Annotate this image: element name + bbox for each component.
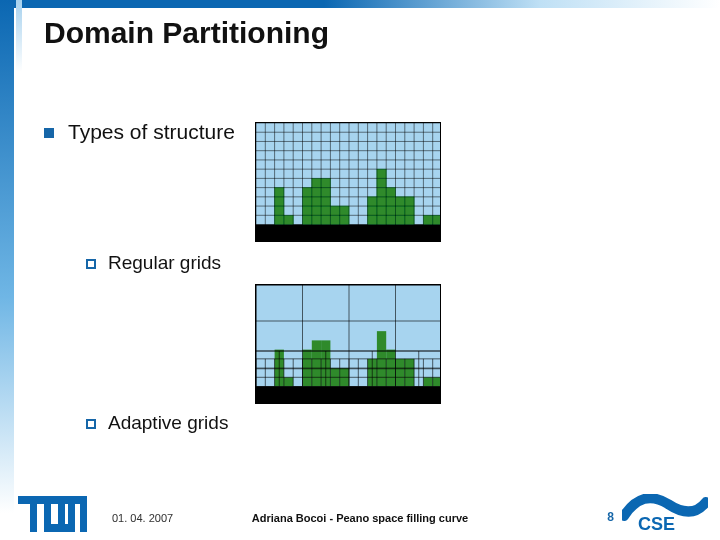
page-number: 8 [607, 510, 614, 524]
svg-rect-30 [377, 197, 386, 206]
svg-rect-42 [405, 206, 414, 215]
svg-rect-12 [312, 206, 321, 215]
regular-grid-figure [255, 122, 441, 242]
footer: 01. 04. 2007 Adriana Bocoi - Peano space… [0, 492, 720, 540]
left-decorative-bar-inner [16, 0, 22, 120]
svg-rect-29 [377, 206, 386, 215]
svg-rect-2 [275, 215, 284, 224]
svg-rect-7 [303, 215, 312, 224]
bullet-marker-hollow [86, 259, 96, 269]
bullet-marker-hollow [86, 419, 96, 429]
svg-rect-9 [303, 197, 312, 206]
bullet-level2: Adaptive grids [86, 412, 684, 434]
svg-rect-94 [405, 359, 414, 387]
svg-rect-16 [321, 215, 330, 224]
svg-rect-31 [377, 188, 386, 197]
bullet-text: Regular grids [108, 252, 221, 274]
svg-rect-36 [386, 197, 395, 206]
svg-rect-11 [312, 215, 321, 224]
svg-rect-10 [303, 188, 312, 197]
svg-rect-151 [68, 496, 87, 504]
svg-rect-44 [423, 215, 432, 224]
svg-rect-6 [284, 215, 293, 224]
svg-rect-14 [312, 188, 321, 197]
svg-rect-17 [321, 206, 330, 215]
svg-rect-24 [340, 206, 349, 215]
top-decorative-bar [0, 0, 720, 8]
adaptive-grid-svg [256, 285, 441, 404]
svg-rect-22 [330, 206, 339, 215]
svg-rect-18 [321, 197, 330, 206]
svg-rect-15 [312, 178, 321, 187]
adaptive-grid-figure [255, 284, 441, 404]
svg-rect-43 [405, 197, 414, 206]
bullet-level2: Regular grids [86, 252, 684, 274]
svg-rect-8 [303, 206, 312, 215]
svg-rect-45 [433, 215, 441, 224]
svg-rect-3 [275, 206, 284, 215]
svg-rect-25 [368, 215, 377, 224]
svg-rect-39 [396, 206, 405, 215]
svg-rect-34 [386, 215, 395, 224]
svg-rect-84 [284, 377, 293, 386]
svg-rect-13 [312, 197, 321, 206]
svg-rect-21 [330, 215, 339, 224]
cse-logo: CSE [622, 494, 708, 534]
svg-rect-20 [321, 178, 330, 187]
bullet-marker-filled [44, 128, 54, 138]
svg-rect-95 [423, 377, 432, 386]
svg-rect-27 [368, 197, 377, 206]
cse-logo-text: CSE [638, 514, 675, 534]
svg-rect-93 [396, 359, 405, 387]
bullet-text: Adaptive grids [108, 412, 228, 434]
svg-rect-40 [396, 197, 405, 206]
svg-rect-96 [433, 377, 441, 386]
svg-rect-32 [377, 178, 386, 187]
svg-rect-28 [377, 215, 386, 224]
svg-rect-38 [396, 215, 405, 224]
page-title: Domain Partitioning [44, 16, 329, 50]
svg-rect-35 [386, 206, 395, 215]
svg-rect-23 [340, 215, 349, 224]
regular-grid-svg [256, 123, 441, 242]
svg-rect-26 [368, 206, 377, 215]
svg-rect-33 [377, 169, 386, 178]
bullet-text: Types of structure [68, 120, 235, 144]
svg-rect-86 [312, 340, 321, 386]
left-decorative-bar [0, 0, 14, 540]
svg-rect-5 [275, 188, 284, 197]
svg-rect-82 [256, 387, 441, 404]
svg-rect-4 [275, 197, 284, 206]
svg-rect-37 [386, 188, 395, 197]
svg-rect-19 [321, 188, 330, 197]
svg-rect-41 [405, 215, 414, 224]
